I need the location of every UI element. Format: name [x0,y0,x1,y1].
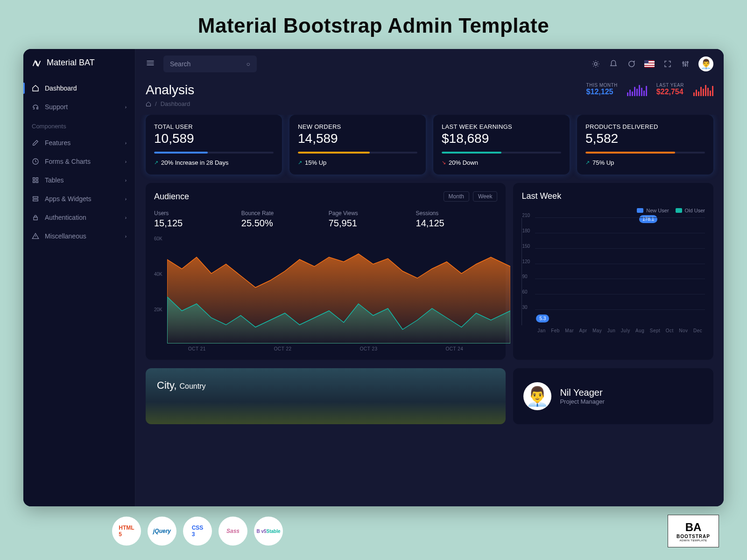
theme-toggle-icon[interactable] [591,59,600,69]
audience-x-axis: OCT 21 OCT 22 OCT 23 OCT 24 [154,346,497,351]
poster-title: Material Bootstrap Admin Template [0,0,747,49]
content: TOTAL USER 10,589 ↗20% Increase in 28 Da… [135,115,724,506]
kpi-label: TOTAL USER [154,123,274,130]
tab-month[interactable]: Month [444,191,469,202]
sidebar: Material BAT DashboardSupport› Component… [23,49,135,506]
home-icon [32,84,39,92]
svg-point-24 [683,62,684,63]
edit-icon [32,139,39,147]
last-week-title: Last Week [521,191,705,201]
tab-week[interactable]: Week [473,191,497,202]
svg-point-26 [687,62,688,63]
kpi-value: $18,689 [442,131,561,146]
kpi-trend: ↗75% Up [585,159,705,166]
badge-bootstrap5: B v5Stable [254,517,283,546]
legend-old-user: Old User [676,208,705,213]
audience-tabs: Month Week [444,191,498,202]
alert-icon [32,232,39,240]
profile-avatar: 👨‍💼 [523,382,551,410]
kpi-label: NEW ORDERS [298,123,417,130]
sidebar-item-forms-charts[interactable]: Forms & Charts› [23,152,135,171]
svg-rect-2 [36,178,38,180]
clock-icon [32,158,39,165]
user-avatar[interactable]: 👨‍💼 [698,56,713,71]
kpi-card-products-delivered[interactable]: PRODUCTS DELIVERED 5,582 ↗75% Up [577,115,713,175]
language-flag-icon[interactable] [644,60,655,68]
lock-icon [32,214,39,221]
page-header: Analysis / Dashboard THIS MONTH $12,125 … [135,79,724,115]
last-week-card: Last Week New User Old User 178.1 5.3 30… [513,183,713,360]
sidebar-item-support[interactable]: Support› [23,98,135,116]
messages-icon[interactable] [627,59,636,69]
stat-last-year: LAST YEAR $22,754 [656,83,684,96]
grid-icon [32,176,39,184]
svg-rect-6 [33,199,38,201]
svg-line-20 [598,62,598,62]
profile-name: Nil Yeager [560,387,604,398]
svg-rect-4 [36,181,38,182]
audience-stat: Sessions14,125 [416,210,498,229]
breadcrumb: / Dashboard [146,100,194,107]
layers-icon [32,195,39,203]
settings-sliders-icon[interactable] [681,59,690,69]
sidebar-item-label: Forms & Charts [45,158,91,165]
kpi-row: TOTAL USER 10,589 ↗20% Increase in 28 Da… [146,115,713,175]
kpi-value: 5,582 [585,131,705,146]
sidebar-item-label: Dashboard [45,84,77,92]
sidebar-item-label: Apps & Widgets [45,195,92,203]
kpi-label: PRODUCTS DELIVERED [585,123,705,130]
sidebar-item-miscellaneous[interactable]: Miscellaneous› [23,227,135,245]
sidebar-item-authentication[interactable]: Authentication› [23,208,135,227]
logo[interactable]: Material BAT [23,57,135,79]
progress-bar [298,152,417,154]
badge-css3: CSS3 [183,517,212,546]
progress-bar [442,152,561,154]
chevron-right-icon: › [125,178,127,183]
last-week-legend: New User Old User [521,208,705,213]
sidebar-item-label: Miscellaneous [45,232,86,240]
breadcrumb-current: Dashboard [161,100,190,107]
search-placeholder: Search [170,60,190,68]
sidebar-item-tables[interactable]: Tables› [23,171,135,189]
kpi-label: LAST WEEK EARNINGS [442,123,561,130]
svg-line-18 [598,66,598,66]
notifications-icon[interactable] [609,59,618,69]
svg-point-12 [594,63,597,65]
kpi-value: 14,589 [298,131,417,146]
badge-sass: Sass [218,517,247,546]
chevron-right-icon: › [125,215,127,220]
svg-rect-3 [33,181,35,182]
fullscreen-icon[interactable] [663,59,672,69]
legend-new-user: New User [637,208,669,213]
kpi-trend: ↗15% Up [298,159,417,166]
stat-this-month: THIS MONTH $12,125 [586,83,618,96]
svg-line-19 [593,66,594,66]
sidebar-item-label: Authentication [45,214,86,221]
city-name: City, [157,379,176,391]
kpi-card-total-user[interactable]: TOTAL USER 10,589 ↗20% Increase in 28 Da… [146,115,282,175]
kpi-card-last-week-earnings[interactable]: LAST WEEK EARNINGS $18,689 ↘20% Down [433,115,570,175]
svg-rect-7 [34,217,37,220]
audience-stat: Users15,125 [154,210,236,229]
profile-card[interactable]: 👨‍💼 Nil Yeager Project Manager [513,368,713,424]
menu-toggle-icon[interactable] [146,58,155,70]
search-input[interactable]: Search ○ [163,56,257,72]
sidebar-item-features[interactable]: Features› [23,133,135,152]
chevron-right-icon: › [125,159,127,164]
kpi-card-new-orders[interactable]: NEW ORDERS 14,589 ↗15% Up [289,115,426,175]
sidebar-item-apps-widgets[interactable]: Apps & Widgets› [23,189,135,208]
chevron-right-icon: › [125,105,127,110]
topbar: Search ○ 👨‍💼 [135,49,724,79]
chevron-right-icon: › [125,234,127,239]
progress-bar [585,152,705,154]
audience-card: Audience Month Week Users15,125Bounce Ra… [146,183,506,360]
city-weather-card[interactable]: City, Country [146,368,506,424]
sidebar-item-label: Features [45,139,70,147]
sidebar-item-dashboard[interactable]: Dashboard [23,79,135,98]
bootstrap-admin-logo: BA BOOTSTRAP ADMIN TEMPLATE [668,515,719,547]
tech-badges-row: HTML5 jQuery CSS3 Sass B v5Stable BA BOO… [0,506,747,547]
header-stats: THIS MONTH $12,125 LAST YEAR $22,754 [586,83,713,96]
last-week-x-axis: JanFebMarAprMayJunJulyAugSeptOctNovDec [521,328,705,333]
chevron-right-icon: › [125,140,127,146]
audience-area-chart: 60K 40K 20K [154,236,497,343]
